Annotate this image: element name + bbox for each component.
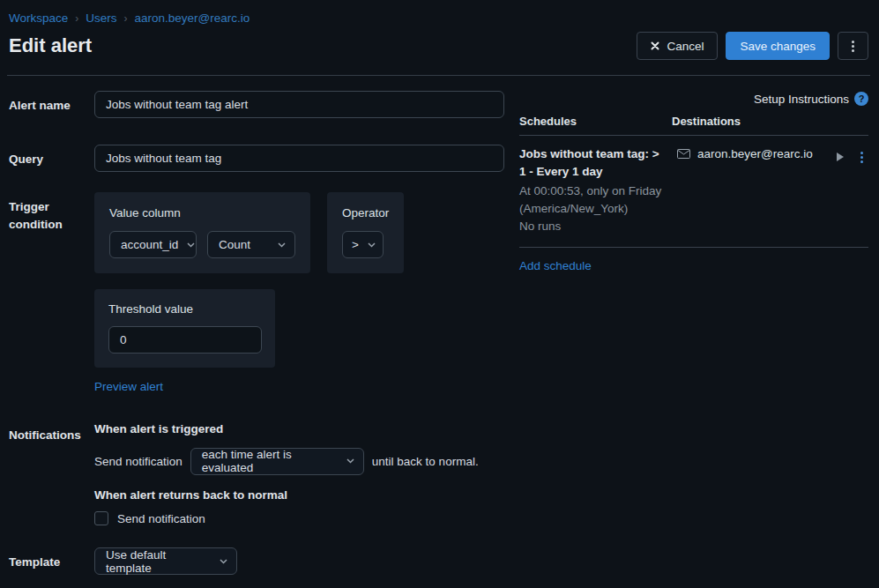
alert-form: Alert name Query Trigger condition Value…: [9, 91, 504, 575]
destination-email-item: aaron.beyer@rearc.io: [677, 147, 822, 160]
back-to-normal-checkbox-row: Send notification: [94, 511, 504, 525]
envelope-icon: [677, 149, 690, 159]
breadcrumb-separator: ›: [75, 12, 78, 25]
trigger-panels: Value column account_id Count: [94, 192, 504, 273]
send-notification-suffix: until back to normal.: [372, 455, 479, 468]
save-changes-button-label: Save changes: [740, 40, 816, 53]
more-options-button[interactable]: [838, 32, 868, 60]
send-notification-checkbox[interactable]: [94, 511, 108, 525]
value-column-label: Value column: [109, 206, 295, 220]
schedule-cell: Jobs without team tag: > 1 - Every 1 day…: [519, 145, 672, 235]
cancel-button-label: Cancel: [667, 40, 704, 53]
kebab-icon: [852, 41, 854, 52]
title-row: Edit alert Cancel Save changes: [9, 32, 868, 60]
setup-instructions-row: Setup Instructions ?: [519, 92, 868, 106]
schedule-title: Jobs without team tag: > 1 - Every 1 day: [519, 145, 663, 182]
run-schedule-button[interactable]: [834, 150, 846, 164]
operator-label: Operator: [342, 206, 389, 220]
notification-frequency-select[interactable]: each time alert is evaluated: [190, 448, 364, 475]
destination-cell: aaron.beyer@rearc.io: [672, 145, 868, 235]
edit-alert-page: Workspace › Users › aaron.beyer@rearc.io…: [0, 0, 879, 575]
schedule-row: Jobs without team tag: > 1 - Every 1 day…: [519, 136, 868, 248]
template-label: Template: [9, 547, 94, 575]
save-changes-button[interactable]: Save changes: [726, 32, 830, 60]
send-notification-row: Send notification each time alert is eva…: [94, 448, 504, 475]
help-icon[interactable]: ?: [854, 92, 868, 106]
header-actions: Cancel Save changes: [637, 32, 868, 60]
trigger-condition-row: Trigger condition Value column account_i…: [9, 192, 504, 393]
schedule-time: At 00:00:53, only on Friday (America/New…: [519, 182, 663, 219]
triggered-heading: When alert is triggered: [94, 421, 504, 438]
value-column-select-value: account_id: [121, 238, 178, 251]
alert-name-row: Alert name: [9, 91, 504, 118]
send-notification-checkbox-label: Send notification: [117, 512, 205, 525]
send-notification-prefix: Send notification: [94, 455, 183, 468]
chevron-down-icon: [368, 242, 376, 248]
operator-select[interactable]: >: [342, 231, 384, 258]
back-to-normal-heading: When alert returns back to normal: [94, 487, 504, 504]
header-divider: [7, 75, 870, 76]
schedule-panel: Setup Instructions ? Schedules Destinati…: [519, 92, 868, 272]
value-column-select[interactable]: account_id: [109, 231, 197, 258]
breadcrumb: Workspace › Users › aaron.beyer@rearc.io: [9, 11, 868, 25]
template-select[interactable]: Use default template: [94, 547, 237, 575]
setup-instructions-link[interactable]: Setup Instructions: [754, 93, 849, 106]
kebab-icon: [860, 152, 863, 163]
threshold-label: Threshold value: [108, 302, 261, 316]
operator-select-value: >: [352, 238, 359, 251]
schedule-options-button[interactable]: [859, 150, 865, 165]
add-schedule-link[interactable]: Add schedule: [519, 259, 592, 272]
cancel-button[interactable]: Cancel: [637, 32, 718, 60]
chevron-down-icon: [220, 559, 227, 564]
preview-alert-link[interactable]: Preview alert: [94, 380, 163, 393]
trigger-condition-label: Trigger condition: [9, 192, 94, 393]
query-input[interactable]: [94, 145, 504, 172]
notification-frequency-value: each time alert is evaluated: [202, 448, 338, 474]
schedule-runs: No runs: [519, 218, 663, 235]
query-label: Query: [9, 145, 94, 172]
notifications-label: Notifications: [9, 421, 94, 525]
breadcrumb-separator: ›: [124, 12, 128, 25]
template-select-value: Use default template: [106, 548, 211, 575]
breadcrumb-workspace[interactable]: Workspace: [9, 11, 68, 25]
page-title: Edit alert: [9, 34, 92, 57]
chevron-down-icon: [346, 458, 354, 464]
query-row: Query: [9, 145, 504, 172]
x-icon: [651, 41, 659, 50]
destination-email: aaron.beyer@rearc.io: [697, 147, 813, 160]
operator-panel: Operator >: [327, 192, 404, 273]
header: Workspace › Users › aaron.beyer@rearc.io…: [0, 0, 879, 60]
alert-name-label: Alert name: [9, 91, 94, 118]
schedule-table-header: Schedules Destinations: [519, 115, 868, 136]
threshold-panel: Threshold value: [94, 289, 275, 368]
chevron-down-icon: [187, 242, 195, 248]
destinations-column-header: Destinations: [672, 115, 868, 128]
value-column-panel: Value column account_id Count: [94, 192, 310, 273]
chevron-down-icon: [278, 242, 286, 248]
threshold-input[interactable]: [108, 326, 262, 354]
play-icon: [836, 152, 845, 162]
aggregation-select[interactable]: Count: [207, 231, 295, 258]
breadcrumb-users[interactable]: Users: [86, 11, 116, 25]
schedules-column-header: Schedules: [519, 115, 672, 128]
notifications-row: Notifications When alert is triggered Se…: [9, 421, 504, 525]
breadcrumb-current-user[interactable]: aaron.beyer@rearc.io: [135, 11, 250, 25]
alert-name-input[interactable]: [94, 91, 504, 118]
template-row: Template Use default template: [9, 547, 504, 575]
aggregation-select-value: Count: [219, 238, 250, 251]
